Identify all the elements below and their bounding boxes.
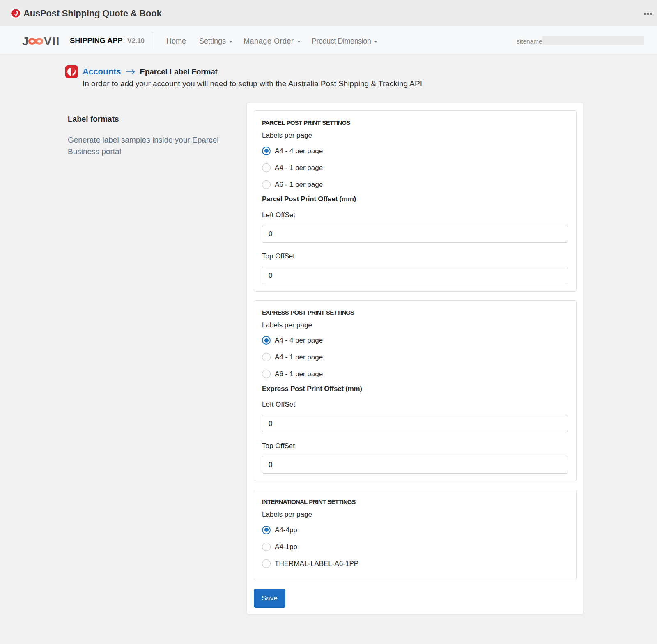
svg-text:VII: VII <box>44 35 60 48</box>
svg-text:J: J <box>22 35 28 48</box>
svg-text:J: J <box>14 10 18 17</box>
